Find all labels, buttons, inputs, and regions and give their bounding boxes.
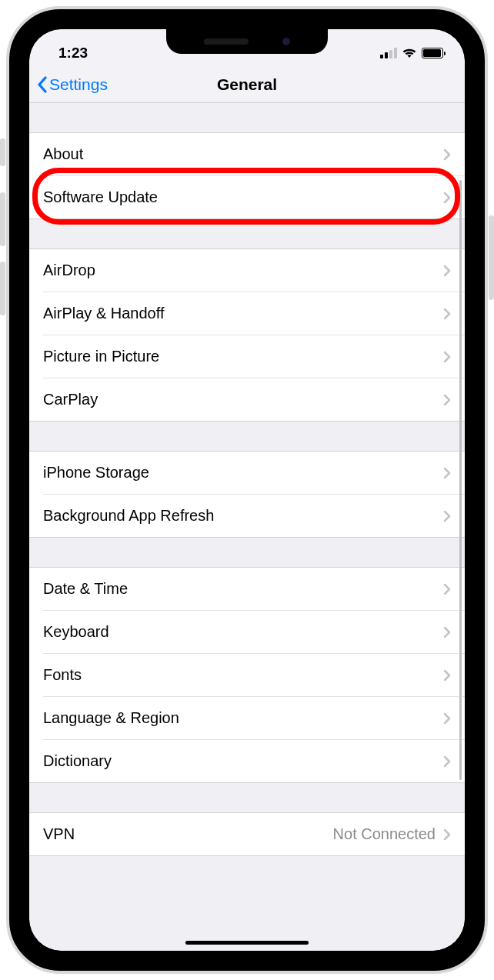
row-label: AirDrop xyxy=(43,262,95,279)
row-label: Background App Refresh xyxy=(43,507,214,525)
row-accessory xyxy=(443,394,451,406)
back-button[interactable]: Settings xyxy=(37,75,108,94)
row-accessory xyxy=(443,192,451,204)
row-label: CarPlay xyxy=(43,391,98,408)
chevron-right-icon xyxy=(443,148,451,161)
navigation-bar: Settings General xyxy=(29,66,465,103)
chevron-right-icon xyxy=(443,583,451,595)
mute-switch[interactable] xyxy=(0,138,5,166)
settings-row[interactable]: Dictionary xyxy=(43,739,465,782)
row-label: Picture in Picture xyxy=(43,348,159,365)
chevron-right-icon xyxy=(443,394,451,406)
row-label: Fonts xyxy=(43,666,82,684)
chevron-right-icon xyxy=(443,626,451,638)
settings-row[interactable]: Software Update xyxy=(43,175,465,218)
chevron-right-icon xyxy=(443,669,451,682)
settings-row[interactable]: Background App Refresh xyxy=(43,494,465,537)
settings-row[interactable]: About xyxy=(29,133,465,175)
settings-group: VPNNot Connected xyxy=(29,812,465,856)
settings-row[interactable]: AirPlay & Handoff xyxy=(43,292,465,335)
row-accessory xyxy=(443,308,451,320)
chevron-right-icon xyxy=(443,265,451,277)
notch xyxy=(166,29,328,54)
row-label: About xyxy=(43,145,83,163)
row-accessory xyxy=(443,265,451,277)
battery-icon xyxy=(422,48,443,58)
row-accessory xyxy=(443,712,451,725)
settings-row[interactable]: Keyboard xyxy=(43,610,465,653)
row-label: Date & Time xyxy=(43,580,128,598)
row-label: Language & Region xyxy=(43,709,179,727)
power-button[interactable] xyxy=(489,215,494,300)
settings-row[interactable]: Language & Region xyxy=(43,696,465,739)
row-label: iPhone Storage xyxy=(43,464,149,482)
row-accessory xyxy=(443,626,451,638)
phone-inner: 1:23 Settings General xyxy=(22,22,472,958)
row-accessory xyxy=(443,351,451,363)
settings-row[interactable]: AirDrop xyxy=(29,249,465,292)
settings-group: AirDropAirPlay & HandoffPicture in Pictu… xyxy=(29,248,465,422)
chevron-right-icon xyxy=(443,828,451,841)
settings-content[interactable]: AboutSoftware UpdateAirDropAirPlay & Han… xyxy=(29,103,465,951)
settings-row[interactable]: Date & Time xyxy=(29,568,465,610)
speaker-grille xyxy=(204,38,249,45)
chevron-right-icon xyxy=(443,351,451,363)
row-accessory xyxy=(443,583,451,595)
chevron-right-icon xyxy=(443,712,451,725)
settings-group: AboutSoftware Update xyxy=(29,132,465,219)
wifi-icon xyxy=(402,48,417,58)
row-accessory xyxy=(443,755,451,768)
chevron-right-icon xyxy=(443,510,451,522)
cellular-signal-icon xyxy=(380,48,397,58)
phone-frame: 1:23 Settings General xyxy=(6,6,488,974)
status-icons xyxy=(380,48,445,58)
row-label: Dictionary xyxy=(43,752,112,770)
row-label: VPN xyxy=(43,825,75,843)
chevron-right-icon xyxy=(443,308,451,320)
settings-row[interactable]: VPNNot Connected xyxy=(29,813,465,855)
row-detail: Not Connected xyxy=(333,825,436,843)
chevron-left-icon xyxy=(37,76,48,93)
front-camera xyxy=(282,38,290,45)
chevron-right-icon xyxy=(443,192,451,204)
row-accessory xyxy=(443,467,451,479)
volume-up-button[interactable] xyxy=(0,192,5,246)
settings-row[interactable]: iPhone Storage xyxy=(29,452,465,494)
home-indicator[interactable] xyxy=(185,941,309,945)
settings-row[interactable]: CarPlay xyxy=(43,378,465,421)
back-label: Settings xyxy=(49,75,108,94)
row-label: Software Update xyxy=(43,188,158,206)
chevron-right-icon xyxy=(443,467,451,479)
chevron-right-icon xyxy=(443,755,451,768)
settings-group: Date & TimeKeyboardFontsLanguage & Regio… xyxy=(29,567,465,783)
volume-down-button[interactable] xyxy=(0,262,5,315)
settings-row[interactable]: Picture in Picture xyxy=(43,335,465,378)
page-title: General xyxy=(217,75,277,94)
settings-group: iPhone StorageBackground App Refresh xyxy=(29,451,465,538)
screen: 1:23 Settings General xyxy=(29,29,465,951)
row-accessory xyxy=(443,510,451,522)
settings-row[interactable]: Fonts xyxy=(43,653,465,696)
row-accessory: Not Connected xyxy=(333,825,451,843)
row-label: AirPlay & Handoff xyxy=(43,305,165,322)
row-accessory xyxy=(443,669,451,682)
scroll-indicator xyxy=(459,180,462,780)
status-time: 1:23 xyxy=(49,45,88,62)
row-accessory xyxy=(443,148,451,161)
row-label: Keyboard xyxy=(43,623,109,641)
